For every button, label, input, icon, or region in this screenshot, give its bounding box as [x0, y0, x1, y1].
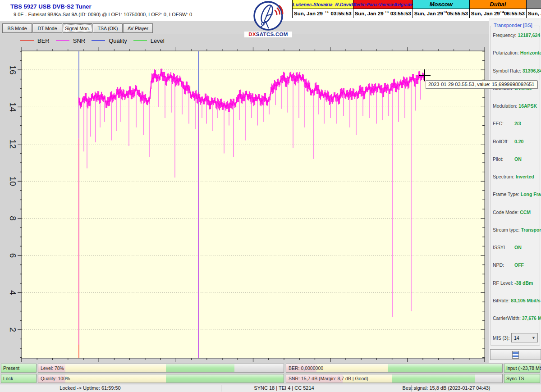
tab-signal-mon-[interactable]: Signal Mon.	[63, 23, 92, 33]
best-signal-status: Best signal: 15,8 dB (2023-01-27 04:43)	[402, 385, 490, 391]
transponder-fields: Frequency:12187,624 MHzPolarization:Hori…	[493, 32, 538, 321]
snr-chart[interactable]: 246810121416	[0, 34, 489, 363]
clock-dubai: DubaiSun, Jan 29+406:55:53	[470, 0, 527, 18]
clock-city: Dubai	[470, 0, 526, 9]
clock-time: Sun, Jan 29+103:55:53	[293, 9, 353, 18]
field-modulation-: Modulation:16APSK	[493, 103, 538, 109]
status-bar: Locked -> Uptime: 61:59:50 SYNC 18 | TEI…	[0, 384, 541, 392]
field-rolloff-: RollOff:0.20	[493, 139, 538, 144]
mis-dropdown[interactable]: 14 ▼	[511, 333, 538, 342]
uptime-status: Locked -> Uptime: 61:59:50	[60, 385, 120, 391]
tuner-app-window: TBS 5927 USB DVB-S2 Tuner 9.0E - Eutelsa…	[0, 0, 541, 392]
clock-time: Sun, Jan 29+406:55:53	[470, 9, 526, 18]
clock-time: Sun, Jan 29+103:55:53	[353, 9, 413, 18]
satellite-dish-icon	[244, 0, 292, 32]
field-npd-: NPD:OFF	[493, 262, 538, 268]
clock-city: Lučenec-Slovakia_R.Dávid	[293, 0, 353, 9]
field-rf-level-: RF Level:-38 dBm	[493, 280, 538, 286]
field-carrierwidth-: CarrierWidth:37,676 MHz	[493, 315, 538, 321]
clock-city: Berlin-Paris-Vienna-Belgrade	[353, 0, 413, 9]
transport-stream-button[interactable]	[490, 349, 541, 360]
field-bitrate-: BitRate:83,105 Mbit/s	[493, 298, 538, 303]
level-progress-bar: Level: 78%	[38, 364, 284, 373]
sync-tei-cc-status: SYNC 18 | TEI 4 | CC 5214	[254, 385, 314, 391]
clock-time: Sun, Jan 29+204:55:53	[527, 9, 541, 18]
field-spectrum-: Spectrum:Inverted	[493, 174, 538, 179]
stream-stack-icon	[512, 351, 519, 359]
svg-text:6: 6	[8, 253, 18, 258]
svg-text:8: 8	[8, 216, 18, 221]
svg-text:10: 10	[8, 177, 18, 186]
svg-text:16: 16	[8, 65, 18, 74]
lock-indicator: Lock	[1, 374, 37, 383]
clock-berlin-paris-vienna-belgrade: Berlin-Paris-Vienna-BelgradeSun, Jan 29+…	[353, 0, 413, 18]
svg-text:12: 12	[8, 139, 18, 149]
present-indicator: Present	[1, 364, 37, 373]
chart-tooltip: 2023-01-29 03.55.53, value: 15,699999809…	[426, 80, 537, 89]
status-divider	[221, 385, 221, 392]
groupbox-title: Transponder [BS]	[492, 23, 534, 28]
field-polarization-: Polarization:Horizontal	[493, 50, 538, 55]
field-stream-type-: Stream type:Transport	[493, 227, 538, 232]
mis-row: MIS (3): 14 ▼	[493, 333, 538, 342]
clock-athens: AthensSun, Jan 29+204:55:53	[527, 0, 541, 18]
ber-progress-bar: BER: 0,0000000	[286, 364, 503, 373]
clock-time: Sun, Jan 29+305:55:53	[413, 9, 469, 18]
tab-av-player[interactable]: AV Player	[123, 23, 153, 33]
clock-moscow: MoscowSun, Jan 29+305:55:53	[413, 0, 470, 18]
tab-dt-mode[interactable]: DT Mode	[32, 23, 62, 33]
svg-text:14: 14	[8, 102, 18, 112]
status-divider	[411, 385, 412, 392]
field-frequency-: Frequency:12187,624 MHz	[493, 32, 538, 38]
field-symbol-rate-: Symbol Rate:31396,849 KS/s	[493, 68, 538, 73]
tab-tsa-ok-[interactable]: TSA (OK)	[93, 23, 123, 33]
logo-text: DXSATCS.COM	[244, 32, 292, 37]
dxsatcs-logo: DXSATCS.COM	[244, 0, 292, 37]
clock-lu-enec-slovakia-r-d-vid: Lučenec-Slovakia_R.DávidSun, Jan 29+103:…	[293, 0, 353, 18]
tab-bs-mode[interactable]: BS Mode	[2, 23, 32, 33]
chevron-down-icon: ▼	[532, 336, 536, 340]
field-frame-type-: Frame Type:Long Frame	[493, 191, 538, 197]
quality-progress-bar: Quality: 100%	[38, 374, 284, 383]
mis-label: MIS (3):	[493, 335, 509, 341]
signal-bars-region: Present Lock Level: 78% Quality: 100% BE…	[0, 363, 541, 384]
mis-selected-value: 14	[514, 335, 519, 341]
input-bitrate-indicator: Input (~23,78 Mbps)	[504, 364, 540, 373]
sync-ts-indicator: Sync TS	[504, 374, 540, 383]
signal-monitor-panel: BERSNRQualityLevel 246810121416 2023-01-…	[0, 34, 489, 363]
transponder-groupbox: Transponder [BS] Frequency:12187,624 MHz…	[490, 26, 540, 346]
field-fec-: FEC:2/3	[493, 121, 538, 126]
snr-progress-bar: SNR: 15,7 dB (Margin: 8,7 dB | Good)	[286, 374, 503, 383]
clock-city: Moscow	[413, 0, 469, 9]
window-title: TBS 5927 USB DVB-S2 Tuner	[10, 3, 92, 10]
field-issyi: ISSYION	[493, 245, 538, 250]
world-clocks: Lučenec-Slovakia_R.DávidSun, Jan 29+103:…	[292, 0, 541, 18]
svg-text:2: 2	[8, 328, 18, 333]
field-pilot-: Pilot:ON	[493, 156, 538, 162]
transponder-sidebar: Transponder [BS] Frequency:12187,624 MHz…	[489, 18, 541, 363]
field-code-mode-: Code Mode:CCM	[493, 210, 538, 215]
clock-city: Athens	[527, 0, 541, 9]
window-subtitle: 9.0E - Eutelsat 9B/Ka-Sat 9A (ID: 0090) …	[14, 12, 192, 17]
svg-text:4: 4	[8, 290, 18, 295]
